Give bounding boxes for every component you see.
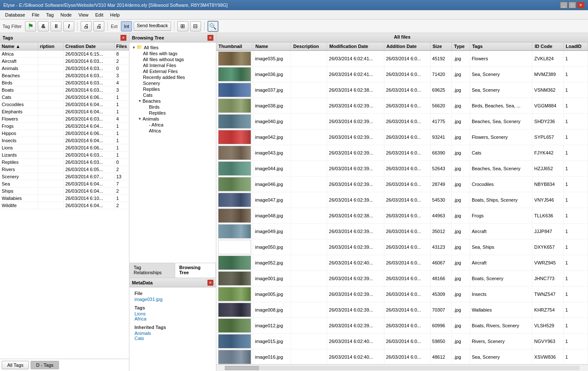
tree-item[interactable]: ▼Animals xyxy=(130,116,215,122)
tab-tag-relationships[interactable]: Tag Relationships xyxy=(129,263,175,278)
tree-item[interactable]: Reptiles xyxy=(130,86,215,92)
tag-row[interactable]: Lions 26/03/2014 6:06... 1 xyxy=(0,144,129,152)
tag-row[interactable]: Lizards 26/03/2014 6:03... 1 xyxy=(0,152,129,159)
search-button[interactable]: 🔍 xyxy=(207,21,218,32)
menu-item-node[interactable]: Node xyxy=(57,11,75,18)
files-table-wrap[interactable]: ThumbnailNameDescriptionModification Dat… xyxy=(216,42,588,364)
tree-item[interactable]: Recently added files xyxy=(130,74,215,80)
files-scrollbar[interactable] xyxy=(216,364,588,371)
tag-row[interactable]: Beaches 26/03/2014 6:03... 3 xyxy=(0,72,129,79)
table-row[interactable]: image044.jpg 26/03/2014 6:02:39... 26/03… xyxy=(216,161,588,177)
tree-item[interactable]: All External Files xyxy=(130,68,215,74)
table-row[interactable]: image005.jpg 26/03/2014 6:02:39... 26/03… xyxy=(216,287,588,302)
tags-panel-close[interactable]: ✕ xyxy=(120,35,126,41)
table-row[interactable]: image047.jpg 26/03/2014 6:02:39... 26/03… xyxy=(216,192,588,208)
tree-item[interactable]: Cats xyxy=(130,92,215,98)
tag-row[interactable]: Aircraft 26/03/2014 6:03... 2 xyxy=(0,58,129,65)
files-col-header[interactable]: Addition Date xyxy=(384,42,430,51)
table-row[interactable]: image001.jpg 26/03/2014 6:02:39... 26/03… xyxy=(216,271,588,287)
all-tags-button[interactable]: All Tags xyxy=(2,361,29,369)
tag-row[interactable]: Rivers 26/03/2014 6:05... 2 xyxy=(0,166,129,173)
toolbar-green-button[interactable]: ⚑ xyxy=(25,21,36,31)
toolbar-pause-button[interactable]: ⏸ xyxy=(50,21,62,31)
table-row[interactable]: image035.jpg 26/03/2014 6:02:41... 26/03… xyxy=(216,51,588,67)
files-col-header[interactable]: ID Code xyxy=(532,42,563,51)
tag-row[interactable]: Cats 26/03/2014 6:06... 1 xyxy=(0,94,129,101)
table-row[interactable]: image036.jpg 26/03/2014 6:02:41... 26/03… xyxy=(216,67,588,82)
tag-row[interactable]: Sea 26/03/2014 6:04... 7 xyxy=(0,180,129,188)
col-desc[interactable]: ription xyxy=(38,42,64,50)
tag-row[interactable]: Wallabies 26/03/2014 6:10... 1 xyxy=(0,195,129,202)
tag-row[interactable]: Boats 26/03/2014 6:03... 3 xyxy=(0,87,129,94)
tree-item[interactable]: All Internal Files xyxy=(130,62,215,68)
tree-item[interactable]: All files with tags xyxy=(130,51,215,56)
tag-row[interactable]: Scenery 26/03/2014 6:07... 13 xyxy=(0,173,129,180)
tag-row[interactable]: Insects 26/03/2014 6:04... 1 xyxy=(0,137,129,144)
tag-row[interactable]: Ships 26/03/2014 6:04... 2 xyxy=(0,188,129,195)
metadata-panel-close[interactable]: ✕ xyxy=(207,280,213,286)
files-col-header[interactable]: Modification Date xyxy=(327,42,384,51)
table-row[interactable]: image050.jpg 26/03/2014 6:02:39... 26/03… xyxy=(216,239,588,255)
files-col-header[interactable]: LoadID xyxy=(563,42,588,51)
tag-row[interactable]: Africa 26/03/2014 6:15... 8 xyxy=(0,51,129,58)
tag-row[interactable]: Frogs 26/03/2014 6:04... 1 xyxy=(0,123,129,130)
table-row[interactable]: image037.jpg 26/03/2014 6:02:38... 26/03… xyxy=(216,82,588,98)
table-row[interactable]: image012.jpg 26/03/2014 6:02:39... 26/03… xyxy=(216,318,588,334)
tree-item[interactable]: - Africa xyxy=(130,122,215,128)
toolbar-grid2-button[interactable]: ⊟ xyxy=(190,21,201,31)
tree-item[interactable]: Scenery xyxy=(130,80,215,86)
table-row[interactable]: image049.jpg 26/03/2014 6:02:39... 26/03… xyxy=(216,224,588,239)
tree-item[interactable]: Reptiles xyxy=(130,110,215,116)
table-row[interactable]: image016.jpg 26/03/2014 6:02:40... 26/03… xyxy=(216,349,588,365)
toolbar-and-button[interactable]: & xyxy=(38,21,49,31)
tag-row[interactable]: Birds 26/03/2014 6:03... 4 xyxy=(0,79,129,87)
browsing-tree-close[interactable]: ✕ xyxy=(207,35,213,41)
send-feedback-btn[interactable]: Send feedback xyxy=(134,22,171,31)
col-name[interactable]: Name ▲ xyxy=(0,42,38,50)
files-col-header[interactable]: Thumbnail xyxy=(216,42,253,51)
table-row[interactable]: image048.jpg 26/03/2014 6:02:38... 26/03… xyxy=(216,208,588,224)
tag-row[interactable]: Reptiles 26/03/2014 6:03... 0 xyxy=(0,159,129,166)
toolbar-info-button[interactable]: I xyxy=(63,21,74,31)
tree-item[interactable]: Africa xyxy=(130,128,215,134)
tree-item[interactable]: Birds xyxy=(130,104,215,110)
tag-row[interactable]: Animals 26/03/2014 6:03... 0 xyxy=(0,65,129,72)
table-row[interactable]: image008.jpg 26/03/2014 6:02:39... 26/03… xyxy=(216,302,588,318)
minimize-button[interactable]: _ xyxy=(560,2,568,8)
close-button[interactable]: ✕ xyxy=(577,2,585,8)
menu-item-database[interactable]: Database xyxy=(2,11,28,18)
table-row[interactable]: image046.jpg 26/03/2014 6:02:39... 26/03… xyxy=(216,177,588,192)
tab-browsing-tree[interactable]: Browsing Tree xyxy=(175,263,216,278)
toolbar-grid1-button[interactable]: ⊞ xyxy=(177,21,188,31)
tag-row[interactable]: Elephants 26/03/2014 6:04... 1 xyxy=(0,108,129,115)
files-col-header[interactable]: Size xyxy=(430,42,452,51)
menu-item-tag[interactable]: Tag xyxy=(43,11,57,18)
table-row[interactable]: image040.jpg 26/03/2014 6:02:39... 26/03… xyxy=(216,114,588,129)
files-col-header[interactable]: Description xyxy=(291,42,327,51)
maximize-button[interactable]: □ xyxy=(568,2,576,8)
tag-row[interactable]: Hippos 26/03/2014 6:06... 1 xyxy=(0,130,129,137)
menu-item-help[interactable]: Help xyxy=(107,11,123,18)
files-col-header[interactable]: Tags xyxy=(470,42,532,51)
tree-item[interactable]: ▼Beaches xyxy=(130,98,215,104)
table-row[interactable]: image015.jpg 26/03/2014 6:02:40... 26/03… xyxy=(216,334,588,349)
table-row[interactable]: image043.jpg 26/03/2014 6:02:39... 26/03… xyxy=(216,145,588,161)
table-row[interactable]: image038.jpg 26/03/2014 6:02:39... 26/03… xyxy=(216,98,588,114)
files-col-header[interactable]: Type xyxy=(452,42,470,51)
files-col-header[interactable]: Name xyxy=(253,42,291,51)
tag-row[interactable]: Wildlife 26/03/2014 6:04... 2 xyxy=(0,202,129,209)
menu-item-file[interactable]: File xyxy=(28,11,43,18)
tag-row[interactable]: Crocodiles 26/03/2014 6:04... 1 xyxy=(0,101,129,108)
table-row[interactable]: image042.jpg 26/03/2014 6:02:39... 26/03… xyxy=(216,129,588,145)
int-button[interactable]: Int xyxy=(121,21,132,31)
menu-item-edit[interactable]: Edit xyxy=(92,11,107,18)
tag-row[interactable]: Flowers 26/03/2014 6:03... 4 xyxy=(0,115,129,123)
d-tags-button[interactable]: D - Tags xyxy=(31,361,59,369)
toolbar-print-button[interactable]: 🖨 xyxy=(81,21,92,31)
tree-item[interactable]: All files without tags xyxy=(130,56,215,62)
menu-item-view[interactable]: View xyxy=(75,11,92,18)
table-row[interactable]: image052.jpg 26/03/2014 6:02:40... 26/03… xyxy=(216,255,588,271)
tree-item[interactable]: ▼📁All files xyxy=(130,44,215,51)
col-date[interactable]: Creation Date xyxy=(64,42,115,50)
col-files[interactable]: Files xyxy=(115,42,129,50)
